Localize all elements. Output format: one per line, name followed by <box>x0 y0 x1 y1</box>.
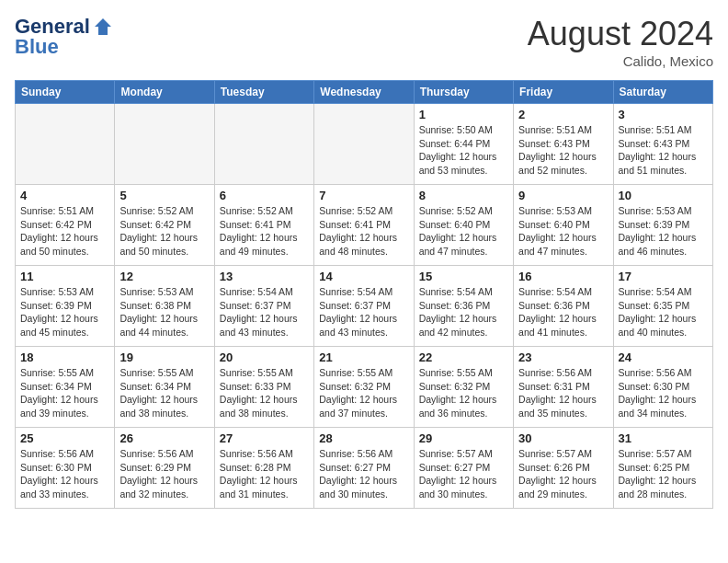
calendar-cell: 17Sunrise: 5:54 AM Sunset: 6:35 PM Dayli… <box>613 266 712 347</box>
day-number: 4 <box>20 189 109 202</box>
day-info: Sunrise: 5:51 AM Sunset: 6:43 PM Dayligh… <box>619 123 708 178</box>
calendar-header-row: SundayMondayTuesdayWednesdayThursdayFrid… <box>16 81 713 104</box>
day-info: Sunrise: 5:50 AM Sunset: 6:44 PM Dayligh… <box>419 123 508 178</box>
calendar-cell: 26Sunrise: 5:56 AM Sunset: 6:29 PM Dayli… <box>115 428 214 509</box>
day-number: 17 <box>619 270 708 283</box>
calendar-header-friday: Friday <box>514 81 613 104</box>
day-number: 1 <box>419 108 508 121</box>
day-info: Sunrise: 5:56 AM Sunset: 6:29 PM Dayligh… <box>119 447 209 501</box>
calendar-cell: 31Sunrise: 5:57 AM Sunset: 6:25 PM Dayli… <box>613 428 712 509</box>
day-number: 9 <box>518 189 608 202</box>
day-info: Sunrise: 5:55 AM Sunset: 6:34 PM Dayligh… <box>20 366 109 420</box>
calendar-cell: 3Sunrise: 5:51 AM Sunset: 6:43 PM Daylig… <box>613 104 712 185</box>
calendar-cell: 14Sunrise: 5:54 AM Sunset: 6:37 PM Dayli… <box>314 266 414 347</box>
day-info: Sunrise: 5:55 AM Sunset: 6:32 PM Dayligh… <box>319 366 408 420</box>
day-number: 21 <box>319 350 408 364</box>
day-info: Sunrise: 5:54 AM Sunset: 6:36 PM Dayligh… <box>518 285 608 339</box>
day-number: 12 <box>119 270 209 283</box>
day-number: 23 <box>518 350 608 364</box>
day-number: 10 <box>619 189 708 202</box>
day-info: Sunrise: 5:57 AM Sunset: 6:27 PM Dayligh… <box>419 447 508 501</box>
day-number: 28 <box>319 431 408 445</box>
day-info: Sunrise: 5:55 AM Sunset: 6:32 PM Dayligh… <box>419 366 508 420</box>
week-row-3: 11Sunrise: 5:53 AM Sunset: 6:39 PM Dayli… <box>16 266 713 347</box>
week-row-2: 4Sunrise: 5:51 AM Sunset: 6:42 PM Daylig… <box>16 185 713 266</box>
week-row-1: 1Sunrise: 5:50 AM Sunset: 6:44 PM Daylig… <box>16 104 713 185</box>
day-info: Sunrise: 5:56 AM Sunset: 6:31 PM Dayligh… <box>518 366 608 420</box>
calendar-cell: 23Sunrise: 5:56 AM Sunset: 6:31 PM Dayli… <box>514 347 613 428</box>
day-info: Sunrise: 5:56 AM Sunset: 6:27 PM Dayligh… <box>319 447 408 501</box>
day-number: 27 <box>220 431 309 445</box>
calendar-cell: 25Sunrise: 5:56 AM Sunset: 6:30 PM Dayli… <box>16 428 115 509</box>
day-info: Sunrise: 5:52 AM Sunset: 6:41 PM Dayligh… <box>220 204 309 259</box>
day-number: 19 <box>119 350 209 364</box>
day-info: Sunrise: 5:56 AM Sunset: 6:30 PM Dayligh… <box>20 447 109 501</box>
day-info: Sunrise: 5:54 AM Sunset: 6:37 PM Dayligh… <box>319 285 408 339</box>
day-number: 3 <box>619 108 708 121</box>
calendar-cell: 28Sunrise: 5:56 AM Sunset: 6:27 PM Dayli… <box>314 428 414 509</box>
calendar-cell: 10Sunrise: 5:53 AM Sunset: 6:39 PM Dayli… <box>613 185 712 266</box>
day-number: 30 <box>518 431 608 445</box>
day-number: 6 <box>220 189 309 202</box>
calendar-cell: 6Sunrise: 5:52 AM Sunset: 6:41 PM Daylig… <box>214 185 313 266</box>
calendar-cell: 11Sunrise: 5:53 AM Sunset: 6:39 PM Dayli… <box>16 266 115 347</box>
day-number: 5 <box>119 189 209 202</box>
calendar-cell: 5Sunrise: 5:52 AM Sunset: 6:42 PM Daylig… <box>115 185 214 266</box>
day-info: Sunrise: 5:52 AM Sunset: 6:41 PM Dayligh… <box>319 204 408 259</box>
day-number: 11 <box>20 270 109 283</box>
day-info: Sunrise: 5:54 AM Sunset: 6:37 PM Dayligh… <box>220 285 309 339</box>
calendar-cell: 18Sunrise: 5:55 AM Sunset: 6:34 PM Dayli… <box>16 347 115 428</box>
calendar-cell: 16Sunrise: 5:54 AM Sunset: 6:36 PM Dayli… <box>514 266 613 347</box>
week-row-4: 18Sunrise: 5:55 AM Sunset: 6:34 PM Dayli… <box>16 347 713 428</box>
calendar-cell: 2Sunrise: 5:51 AM Sunset: 6:43 PM Daylig… <box>514 104 613 185</box>
day-info: Sunrise: 5:52 AM Sunset: 6:42 PM Dayligh… <box>119 204 209 259</box>
day-info: Sunrise: 5:53 AM Sunset: 6:39 PM Dayligh… <box>20 285 109 339</box>
calendar-cell: 22Sunrise: 5:55 AM Sunset: 6:32 PM Dayli… <box>414 347 513 428</box>
calendar-cell: 29Sunrise: 5:57 AM Sunset: 6:27 PM Dayli… <box>414 428 513 509</box>
day-number: 24 <box>619 350 708 364</box>
calendar: SundayMondayTuesdayWednesdayThursdayFrid… <box>15 80 713 509</box>
day-info: Sunrise: 5:57 AM Sunset: 6:26 PM Dayligh… <box>518 447 608 501</box>
calendar-header-sunday: Sunday <box>16 81 115 104</box>
day-info: Sunrise: 5:54 AM Sunset: 6:35 PM Dayligh… <box>619 285 708 339</box>
day-info: Sunrise: 5:55 AM Sunset: 6:33 PM Dayligh… <box>220 366 309 420</box>
calendar-cell: 13Sunrise: 5:54 AM Sunset: 6:37 PM Dayli… <box>214 266 313 347</box>
calendar-header-saturday: Saturday <box>613 81 712 104</box>
day-number: 13 <box>220 270 309 283</box>
day-info: Sunrise: 5:56 AM Sunset: 6:28 PM Dayligh… <box>220 447 309 501</box>
calendar-cell: 1Sunrise: 5:50 AM Sunset: 6:44 PM Daylig… <box>414 104 513 185</box>
logo-icon <box>91 15 115 39</box>
day-number: 31 <box>619 431 708 445</box>
day-number: 25 <box>20 431 109 445</box>
calendar-cell: 8Sunrise: 5:52 AM Sunset: 6:40 PM Daylig… <box>414 185 513 266</box>
day-number: 7 <box>319 189 408 202</box>
day-info: Sunrise: 5:54 AM Sunset: 6:36 PM Dayligh… <box>419 285 508 339</box>
day-info: Sunrise: 5:51 AM Sunset: 6:42 PM Dayligh… <box>20 204 109 259</box>
week-row-5: 25Sunrise: 5:56 AM Sunset: 6:30 PM Dayli… <box>16 428 713 509</box>
calendar-cell: 20Sunrise: 5:55 AM Sunset: 6:33 PM Dayli… <box>214 347 313 428</box>
day-number: 26 <box>119 431 209 445</box>
day-number: 14 <box>319 270 408 283</box>
day-info: Sunrise: 5:57 AM Sunset: 6:25 PM Dayligh… <box>619 447 708 501</box>
calendar-header-thursday: Thursday <box>414 81 513 104</box>
day-number: 20 <box>220 350 309 364</box>
logo: General Blue <box>15 15 115 59</box>
month-year: August 2024 <box>528 15 713 53</box>
calendar-cell: 27Sunrise: 5:56 AM Sunset: 6:28 PM Dayli… <box>214 428 313 509</box>
calendar-cell <box>214 104 313 185</box>
calendar-header-monday: Monday <box>115 81 214 104</box>
calendar-cell: 19Sunrise: 5:55 AM Sunset: 6:34 PM Dayli… <box>115 347 214 428</box>
calendar-header-tuesday: Tuesday <box>214 81 313 104</box>
day-number: 16 <box>518 270 608 283</box>
calendar-cell <box>115 104 214 185</box>
calendar-cell: 4Sunrise: 5:51 AM Sunset: 6:42 PM Daylig… <box>16 185 115 266</box>
day-info: Sunrise: 5:53 AM Sunset: 6:40 PM Dayligh… <box>518 204 608 259</box>
day-number: 15 <box>419 270 508 283</box>
day-info: Sunrise: 5:53 AM Sunset: 6:39 PM Dayligh… <box>619 204 708 259</box>
calendar-cell: 7Sunrise: 5:52 AM Sunset: 6:41 PM Daylig… <box>314 185 414 266</box>
day-number: 18 <box>20 350 109 364</box>
day-number: 8 <box>419 189 508 202</box>
calendar-header-wednesday: Wednesday <box>314 81 414 104</box>
calendar-cell: 30Sunrise: 5:57 AM Sunset: 6:26 PM Dayli… <box>514 428 613 509</box>
day-info: Sunrise: 5:55 AM Sunset: 6:34 PM Dayligh… <box>119 366 209 420</box>
